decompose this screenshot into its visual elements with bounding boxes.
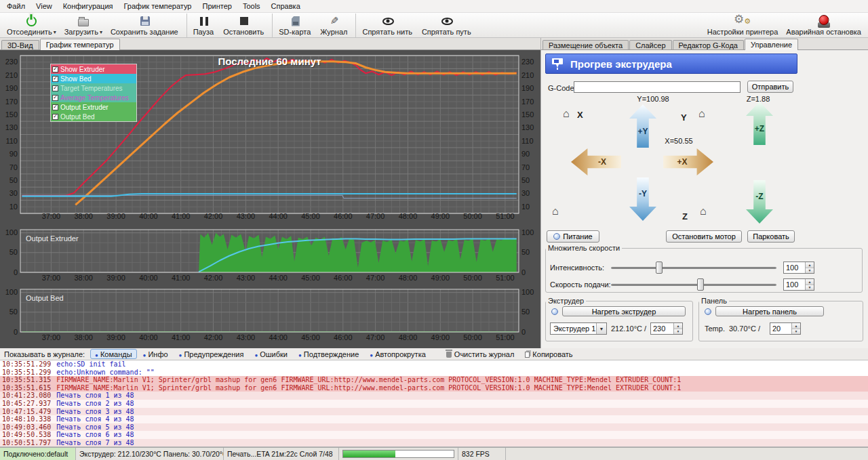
gcode-send-button[interactable]: Отправить	[747, 81, 793, 93]
speed-slider[interactable]	[611, 262, 776, 274]
svg-text:43:00: 43:00	[237, 274, 256, 282]
log-filter-toggle[interactable]: Ошибки	[250, 349, 292, 359]
menu-item[interactable]: График температур	[119, 1, 197, 12]
park-button[interactable]: Парковать	[747, 230, 795, 243]
toolbar-button[interactable]: Отсоединить▾	[3, 14, 60, 37]
legend-checkbox-icon[interactable]	[52, 104, 58, 110]
legend-checkbox-icon[interactable]	[52, 76, 58, 82]
slider-thumb[interactable]	[656, 262, 663, 274]
toolbar-button[interactable]: Настройки принтера	[703, 14, 783, 37]
log-filter-toggle[interactable]: Команды	[90, 349, 136, 359]
legend-checkbox-icon[interactable]	[52, 114, 58, 120]
bed-heat-led-icon[interactable]	[705, 308, 711, 315]
heat-bed-button[interactable]: Нагреть панель	[715, 306, 824, 316]
right-tab[interactable]: Слайсер	[629, 40, 671, 49]
toolbar-button[interactable]: SD-карта	[275, 14, 316, 37]
stop-motor-button[interactable]: Остановить мотор	[666, 230, 742, 243]
sd-card-icon	[292, 16, 300, 26]
legend-item[interactable]: Output Extruder	[51, 102, 136, 112]
legend-checkbox-icon[interactable]	[52, 95, 58, 101]
slider-track[interactable]	[611, 267, 776, 269]
bed-target-spinner[interactable]: 20	[770, 322, 801, 335]
home-all-button[interactable]	[552, 206, 564, 217]
log-filter-toggle[interactable]: Подтверждение	[294, 349, 363, 359]
toolbar-button[interactable]: Остановить	[219, 14, 273, 37]
right-tab[interactable]: Редактор G-Кода	[673, 40, 744, 49]
speed-spinner[interactable]: 100	[783, 262, 814, 274]
spinner-up-icon[interactable]	[806, 262, 814, 268]
spinner-up-icon[interactable]	[806, 279, 814, 285]
main-area: 3D-Вид График температур 230230210210190…	[0, 38, 868, 348]
log-view[interactable]: 10:35:51.299echo:SD init fail 10:35:51.2…	[0, 360, 868, 447]
jog-plus-z-button[interactable]: +Z	[746, 102, 773, 145]
spinner-up-icon[interactable]	[792, 323, 800, 329]
right-tab[interactable]: Размещение объекта	[542, 40, 629, 49]
jog-plus-y-button[interactable]: +Y	[629, 104, 656, 148]
speed-spinner[interactable]: 100	[783, 278, 814, 291]
gcode-label: G-Code:	[548, 84, 576, 92]
speed-slider[interactable]	[611, 278, 776, 291]
menu-item[interactable]: Файл	[1, 1, 31, 12]
legend-checkbox-icon[interactable]	[52, 66, 58, 72]
svg-text:41:00: 41:00	[172, 274, 191, 282]
extruder-target-spinner[interactable]: 230	[650, 322, 683, 335]
menu-item[interactable]: Справка	[266, 1, 306, 12]
legend-item[interactable]: Output Bed	[51, 112, 136, 121]
extruder-heat-led-icon[interactable]	[551, 308, 558, 315]
slider-track[interactable]	[611, 284, 776, 286]
toolbar-button[interactable]: Спрятать путь	[418, 14, 477, 37]
log-filter-toggle[interactable]: Предупреждения	[174, 349, 249, 359]
jog-minus-x-button[interactable]: -X	[571, 148, 621, 175]
spinner-down-icon[interactable]	[806, 268, 814, 274]
print-progress	[339, 448, 458, 460]
legend-checkbox-icon[interactable]	[52, 85, 58, 91]
jog-plus-x-button[interactable]: +X	[663, 148, 713, 175]
menu-item[interactable]: Принтер	[197, 1, 237, 12]
slider-thumb[interactable]	[697, 278, 704, 291]
toolbar-button[interactable]: Аварийная остановка	[782, 14, 865, 37]
legend-item[interactable]: Target Temperatures	[51, 83, 136, 93]
jog-minus-z-button[interactable]: -Z	[746, 180, 773, 224]
legend-item[interactable]: Average Temperatures	[51, 93, 136, 102]
select-arrow-icon[interactable]	[596, 323, 606, 334]
gcode-input[interactable]	[574, 81, 741, 93]
svg-text:10: 10	[9, 203, 18, 211]
menu-item[interactable]: Конфигурация	[58, 1, 119, 12]
spinner-up-icon[interactable]	[674, 323, 682, 329]
jog-minus-y-button[interactable]: -Y	[629, 177, 656, 221]
control-panel: Прогрев экструдера G-Code: Отправить Y=1…	[541, 50, 868, 348]
toolbar-button[interactable]: Пауза	[189, 14, 220, 37]
spinner-down-icon[interactable]	[806, 285, 814, 291]
menu-item[interactable]: View	[31, 1, 58, 12]
home-x-button[interactable]	[563, 108, 575, 119]
toolbar-button[interactable]: Спрятать нить	[358, 14, 417, 37]
clear-log-button[interactable]: Очистить журнал	[441, 349, 519, 359]
svg-text:43:00: 43:00	[237, 212, 256, 220]
home-icon	[552, 208, 559, 216]
log-toolbar: Показывать в журнале: Команды Инфо Преду…	[0, 348, 868, 360]
toolbar-button[interactable]: Сохранить задание	[106, 14, 187, 37]
spinner-down-icon[interactable]	[792, 329, 800, 335]
save-icon	[140, 16, 150, 26]
log-filter-toggle[interactable]: Автопрокрутка	[365, 349, 431, 359]
left-tab[interactable]: График температур	[40, 39, 120, 50]
home-y-button[interactable]	[698, 108, 711, 119]
heat-extruder-button[interactable]: Нагреть экструдер	[562, 306, 686, 316]
copy-log-button[interactable]: Копировать	[520, 349, 577, 359]
svg-text:130: 130	[5, 123, 18, 131]
power-button[interactable]: Питание	[547, 230, 599, 243]
extruder-select[interactable]: Экструдер 1	[550, 322, 607, 335]
right-tab[interactable]: Управление	[745, 39, 798, 50]
svg-text:90: 90	[521, 150, 530, 158]
spinner-down-icon[interactable]	[674, 329, 682, 335]
log-filter-toggle[interactable]: Инфо	[138, 349, 173, 359]
legend-item[interactable]: Show Extruder	[51, 64, 136, 74]
svg-text:10: 10	[521, 203, 530, 211]
toolbar-button[interactable]: Журнал	[316, 14, 356, 37]
home-z-button[interactable]	[700, 206, 712, 217]
left-tab[interactable]: 3D-Вид	[1, 40, 39, 49]
toolbar-button[interactable]: Загрузить▾	[60, 14, 106, 37]
log-line: 10:45:27.937Печать слоя 2 из 48	[0, 400, 868, 408]
menu-item[interactable]: Tools	[237, 1, 266, 12]
legend-item[interactable]: Show Bed	[51, 74, 136, 83]
